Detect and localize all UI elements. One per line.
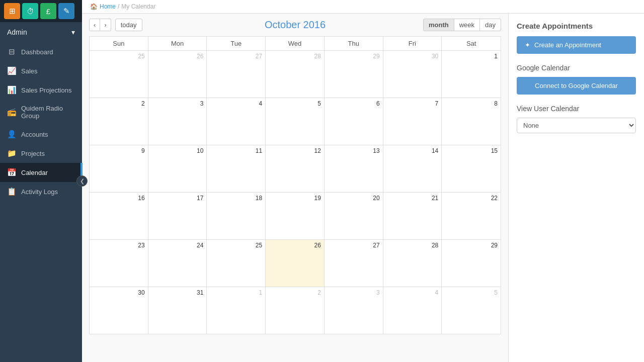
cal-cell-oct7[interactable]: 7 <box>383 98 442 145</box>
view-buttons: month week day <box>423 19 501 31</box>
sidebar-item-label: Calendar <box>21 169 48 176</box>
cal-cell-nov2[interactable]: 2 <box>266 287 325 334</box>
calendar-week-1: 25 26 27 28 29 30 1 <box>90 51 501 98</box>
sidebar-item-accounts[interactable]: 👤 Accounts <box>0 125 82 144</box>
sidebar-item-label: Projects <box>21 150 45 157</box>
cal-cell-oct12[interactable]: 12 <box>266 145 325 192</box>
day-header-sun: Sun <box>90 37 148 50</box>
create-appointments-title: Create Appointments <box>517 22 636 30</box>
cal-cell-oct9[interactable]: 9 <box>90 145 148 192</box>
breadcrumb-separator: / <box>118 3 119 10</box>
today-button[interactable]: today <box>115 19 142 31</box>
cal-cell-oct10[interactable]: 10 <box>148 145 207 192</box>
grid-icon-button[interactable]: ⊞ <box>4 3 20 19</box>
chevron-down-icon: ▾ <box>71 28 75 36</box>
cal-cell-oct17[interactable]: 17 <box>148 193 207 239</box>
cal-cell-oct26-today[interactable]: 26 <box>266 240 325 287</box>
clock-icon-button[interactable]: ⏱ <box>22 3 38 19</box>
week-view-button[interactable]: week <box>454 19 480 31</box>
cal-cell-oct30[interactable]: 30 <box>90 287 148 334</box>
create-appointment-button[interactable]: ✦ Create an Appointment <box>517 36 636 54</box>
cal-cell-oct25[interactable]: 25 <box>207 240 266 287</box>
sidebar-item-label: Accounts <box>21 131 48 138</box>
sidebar-item-label: Activity Logs <box>21 188 58 196</box>
prev-button[interactable]: ‹ <box>89 19 100 31</box>
cal-cell-oct18[interactable]: 18 <box>207 193 266 239</box>
calendar-controls: ‹ › today October 2016 month week day <box>89 19 501 31</box>
cal-cell-sep29[interactable]: 29 <box>325 51 383 98</box>
day-header-fri: Fri <box>383 37 442 50</box>
currency-icon-button[interactable]: £ <box>40 3 56 19</box>
breadcrumb-current: My Calendar <box>121 3 155 10</box>
connect-google-button[interactable]: Connect to Google Calendar <box>517 77 636 95</box>
calendar-week-6: 30 31 1 2 3 4 5 <box>90 287 501 334</box>
sidebar-item-calendar[interactable]: 📅 Calendar <box>0 163 82 182</box>
sidebar-item-sales-projections[interactable]: 📊 Sales Projections <box>0 80 82 100</box>
cal-cell-sep28[interactable]: 28 <box>266 51 325 98</box>
right-panel: Create Appointments ✦ Create an Appointm… <box>508 14 644 362</box>
day-header-mon: Mon <box>148 37 207 50</box>
cal-cell-oct5[interactable]: 5 <box>266 98 325 145</box>
cal-cell-oct3[interactable]: 3 <box>148 98 207 145</box>
edit-icon-button[interactable]: ✎ <box>58 3 74 19</box>
cal-cell-sep25[interactable]: 25 <box>90 51 148 98</box>
cal-cell-oct1[interactable]: 1 <box>442 51 501 98</box>
day-view-button[interactable]: day <box>480 19 501 31</box>
cal-cell-oct28[interactable]: 28 <box>383 240 442 287</box>
cal-cell-nov1[interactable]: 1 <box>207 287 266 334</box>
google-calendar-title: Google Calendar <box>517 64 636 72</box>
create-appointment-label: Create an Appointment <box>534 41 601 49</box>
day-header-sat: Sat <box>442 37 501 50</box>
calendar-week-2: 2 3 4 5 6 7 8 <box>90 98 501 145</box>
cal-cell-nov5[interactable]: 5 <box>442 287 501 334</box>
cal-cell-oct29[interactable]: 29 <box>442 240 501 287</box>
calendar-week-3: 9 10 11 12 13 14 15 <box>90 145 501 193</box>
sidebar-item-quidem-radio-group[interactable]: 📻 Quidem Radio Group <box>0 100 82 125</box>
breadcrumb-home[interactable]: Home <box>100 3 116 10</box>
cal-cell-oct4[interactable]: 4 <box>207 98 266 145</box>
accounts-icon: 👤 <box>7 130 16 139</box>
next-button[interactable]: › <box>100 19 111 31</box>
cal-cell-nov4[interactable]: 4 <box>383 287 442 334</box>
sales-icon: 📈 <box>7 66 16 75</box>
admin-menu[interactable]: Admin ▾ <box>0 22 82 42</box>
view-user-calendar-title: View User Calendar <box>517 105 636 113</box>
cal-cell-oct16[interactable]: 16 <box>90 193 148 239</box>
cal-cell-sep30[interactable]: 30 <box>383 51 442 98</box>
month-view-button[interactable]: month <box>423 19 454 31</box>
day-header-thu: Thu <box>325 37 383 50</box>
cal-cell-oct15[interactable]: 15 <box>442 145 501 192</box>
cal-cell-oct2[interactable]: 2 <box>90 98 148 145</box>
cal-cell-oct8[interactable]: 8 <box>442 98 501 145</box>
sidebar-top-icons: ⊞ ⏱ £ ✎ <box>0 0 82 22</box>
cal-cell-oct13[interactable]: 13 <box>325 145 383 192</box>
cal-cell-oct21[interactable]: 21 <box>383 193 442 239</box>
cal-cell-oct31[interactable]: 31 <box>148 287 207 334</box>
admin-label: Admin <box>7 28 27 36</box>
cal-cell-nov3[interactable]: 3 <box>325 287 383 334</box>
cal-cell-sep27[interactable]: 27 <box>207 51 266 98</box>
cal-cell-oct11[interactable]: 11 <box>207 145 266 192</box>
calendar-week-4: 16 17 18 19 20 21 22 <box>90 193 501 240</box>
sidebar-item-label: Quidem Radio Group <box>21 105 75 120</box>
user-calendar-select[interactable]: None <box>517 118 636 133</box>
cal-cell-oct22[interactable]: 22 <box>442 193 501 239</box>
cal-cell-oct14[interactable]: 14 <box>383 145 442 192</box>
sidebar-item-projects[interactable]: 📁 Projects <box>0 144 82 163</box>
cal-cell-oct24[interactable]: 24 <box>148 240 207 287</box>
cal-cell-oct27[interactable]: 27 <box>325 240 383 287</box>
sidebar-collapse-button[interactable]: ❮ <box>76 175 88 187</box>
cal-cell-oct23[interactable]: 23 <box>90 240 148 287</box>
cal-cell-sep26[interactable]: 26 <box>148 51 207 98</box>
cal-cell-oct20[interactable]: 20 <box>325 193 383 239</box>
content-area: ‹ › today October 2016 month week day Su… <box>82 14 644 362</box>
sidebar-item-activity-logs[interactable]: 📋 Activity Logs <box>0 182 82 201</box>
sidebar-item-dashboard[interactable]: ⊟ Dashboard <box>0 42 82 61</box>
main-content: 🏠 Home / My Calendar ‹ › today October 2… <box>82 0 644 362</box>
sidebar-item-sales[interactable]: 📈 Sales <box>0 61 82 80</box>
cal-cell-oct6[interactable]: 6 <box>325 98 383 145</box>
calendar-grid: Sun Mon Tue Wed Thu Fri Sat 25 26 27 28 … <box>89 36 501 334</box>
cal-cell-oct19[interactable]: 19 <box>266 193 325 239</box>
sidebar-item-label: Sales Projections <box>21 86 71 94</box>
day-header-tue: Tue <box>207 37 266 50</box>
